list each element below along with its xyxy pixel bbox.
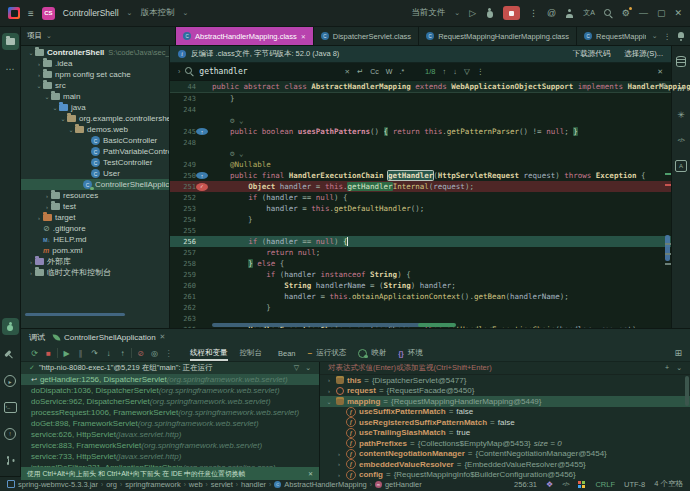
breadcrumb-item[interactable]: AbstractHandlerMapping xyxy=(284,480,367,489)
problems-tool-icon[interactable]: ! xyxy=(4,428,16,440)
choose-sources-link[interactable]: 选择源(S)... xyxy=(624,49,663,59)
chevron-icon[interactable]: › xyxy=(27,259,35,265)
close-search-icon[interactable]: ✕ xyxy=(657,68,663,76)
mute-breakpoints-icon[interactable]: ⊘ xyxy=(135,349,146,358)
editor-tab[interactable]: RequestMappingInfoHandlerM xyxy=(577,27,646,45)
tree-item[interactable]: ⌄main xyxy=(21,91,169,102)
chevron-down-icon[interactable]: ⌄ xyxy=(676,364,682,372)
code-line[interactable]: 251 Object handler = this.getHandlerInte… xyxy=(170,181,671,192)
debug-tab[interactable]: {}环境 xyxy=(398,345,422,361)
notifications-bell-icon[interactable] xyxy=(677,32,685,41)
database-tool-icon[interactable] xyxy=(676,56,686,67)
code-line[interactable]: 252 if (handler == null) { xyxy=(170,192,671,203)
chevron-icon[interactable]: ⌄ xyxy=(59,115,67,122)
more-icon[interactable]: ⋮ xyxy=(163,349,174,358)
endpoints-tool-icon[interactable]: </> xyxy=(677,137,684,143)
variable-row[interactable]: ›config = {RequestMappingInfo$BuilderCon… xyxy=(320,470,690,481)
close-icon[interactable]: ✕ xyxy=(301,33,306,40)
project-tool-icon[interactable] xyxy=(2,33,19,50)
step-into-icon[interactable]: ↓ xyxy=(103,349,114,358)
search-everywhere-icon[interactable] xyxy=(604,9,613,18)
code-line[interactable]: 253 handler = this.getDefaultHandler(); xyxy=(170,203,671,214)
gear-icon[interactable]: ⚙ xyxy=(661,82,667,90)
tree-item[interactable]: ⌄org.example.controllershell xyxy=(21,113,169,124)
debug-tab[interactable]: 映射 xyxy=(358,345,386,361)
chevron-icon[interactable]: › xyxy=(27,270,35,276)
debug-icon[interactable] xyxy=(485,8,494,18)
clear-search-icon[interactable]: ✕ xyxy=(345,68,350,76)
step-out-icon[interactable]: ↑ xyxy=(117,349,128,358)
tree-item[interactable]: ›外部库 xyxy=(21,256,169,267)
stack-frame[interactable]: processRequest:1006, FrameworkServlet (o… xyxy=(21,407,319,418)
breadcrumb-item[interactable]: getHandler xyxy=(385,480,422,489)
newline-icon[interactable]: ↵ xyxy=(357,67,363,76)
variable-row[interactable]: useSuffixPatternMatch = false xyxy=(320,407,690,418)
tree-item[interactable]: TestController xyxy=(21,157,169,168)
debug-tab[interactable]: 控制台 xyxy=(240,345,263,361)
code-with-me-icon[interactable] xyxy=(565,9,574,18)
tree-item[interactable]: ControllerShellApplication xyxy=(21,179,169,190)
debug-tool-icon[interactable] xyxy=(2,318,19,335)
ovr-icon[interactable] xyxy=(196,128,208,135)
next-match-icon[interactable]: ↓ xyxy=(453,67,457,76)
chevron-icon[interactable]: › xyxy=(35,61,43,67)
variable-row[interactable]: pathPrefixes = {Collections$EmptyMap@545… xyxy=(320,438,690,449)
tree-item[interactable]: PathVariableController xyxy=(21,146,169,157)
stack-frame[interactable]: service:626, HttpServlet (javax.servlet.… xyxy=(21,429,319,440)
variable-row[interactable]: useRegisteredSuffixPatternMatch = false xyxy=(320,417,690,428)
tree-item[interactable]: BasicController xyxy=(21,135,169,146)
code-line[interactable]: 256 if (handler == null) { xyxy=(170,236,671,247)
tree-item[interactable]: ⌄src xyxy=(21,80,169,91)
chevron-icon[interactable]: ⌄ xyxy=(43,93,51,100)
add-watch-icon[interactable]: + xyxy=(665,364,669,372)
debug-tab[interactable]: ~运行状态 xyxy=(308,345,347,361)
code-line[interactable]: 258 } else { xyxy=(170,258,671,269)
tab-overflow-icon[interactable]: ⌄ xyxy=(652,32,658,40)
sticky-line[interactable]: 44 public abstract class AbstractHandler… xyxy=(170,81,671,93)
terminal-tool-icon[interactable] xyxy=(4,402,17,413)
search-toggle[interactable]: Cc xyxy=(370,68,379,75)
tree-item[interactable]: ⌄ControllerShellS:\code\Java\sec_study\M xyxy=(21,47,169,58)
code-line[interactable]: 249 @Nullable xyxy=(170,159,671,170)
code-line[interactable]: 248 xyxy=(170,137,671,148)
editor-tab[interactable]: AbstractHandlerMapping.class✕ xyxy=(176,27,314,45)
breadcrumb-item[interactable]: servlet xyxy=(211,480,233,489)
close-icon[interactable]: ✕ xyxy=(160,333,166,341)
code-line[interactable]: ⚙ ⌄ xyxy=(170,115,671,126)
chevron-icon[interactable]: ⌄ xyxy=(67,126,75,133)
code-area[interactable]: 243 }244 ⚙ ⌄245 public boolean usesPathP… xyxy=(170,93,671,328)
more-icon[interactable]: ⋮ xyxy=(529,8,538,18)
more-tools-icon[interactable]: ⋯ xyxy=(6,64,15,74)
vcs-menu[interactable]: 版本控制 xyxy=(140,7,174,19)
editor-tab[interactable]: DispatcherServlet.class xyxy=(314,27,419,45)
stack-frame[interactable]: service:733, HttpServlet (javax.servlet.… xyxy=(21,451,319,462)
project-selector[interactable]: ControllerShell xyxy=(63,8,119,18)
tree-item[interactable]: ›target xyxy=(21,212,169,223)
close-icon[interactable]: ✕ xyxy=(308,470,313,477)
chevron-icon[interactable]: › xyxy=(35,72,43,78)
chevron-icon[interactable]: ⌄ xyxy=(35,82,43,89)
plugin-icon[interactable]: ❖ xyxy=(546,480,553,489)
rerun-debug-icon[interactable]: ⟳ xyxy=(29,349,40,358)
code-style-icon[interactable]: </> xyxy=(562,481,569,487)
code-line[interactable]: 260 String handlerName = (String) handle… xyxy=(170,280,671,291)
editor-tab[interactable]: RequestMappingHandlerMapping.class xyxy=(419,27,577,45)
thread-row[interactable]: ✓ "http-nio-8080-exec-1"@5,219 在组"main":… xyxy=(21,362,319,374)
code-line[interactable]: 259 if (handler instanceof String) { xyxy=(170,269,671,280)
tree-item[interactable]: ›.idea xyxy=(21,58,169,69)
editor-vertical-scrollbar[interactable] xyxy=(665,235,670,261)
variable-row[interactable]: ›request = {RequestFacade@5450} xyxy=(320,386,690,397)
filter-icon[interactable]: ▽ xyxy=(464,67,470,76)
tree-item[interactable]: User xyxy=(21,168,169,179)
download-sources-link[interactable]: 下载源代码 xyxy=(573,49,611,59)
bp-icon[interactable] xyxy=(196,183,208,191)
code-line[interactable]: 261 handler = this.obtainApplicationCont… xyxy=(170,291,671,302)
editor-horizontal-scrollbar[interactable] xyxy=(212,323,450,327)
build-tool-icon[interactable] xyxy=(3,348,17,362)
breadcrumb-item[interactable]: web xyxy=(189,480,203,489)
stack-frame[interactable]: ↩getHandler:1256, DispatcherServlet (org… xyxy=(21,374,319,385)
debug-session-tab[interactable]: ControllerShellApplication ✕ xyxy=(53,333,165,342)
chevron-icon[interactable]: ⌄ xyxy=(51,104,59,111)
tab-options-icon[interactable]: ⋮ xyxy=(664,32,672,41)
previous-match-icon[interactable]: ↑ xyxy=(443,67,447,76)
